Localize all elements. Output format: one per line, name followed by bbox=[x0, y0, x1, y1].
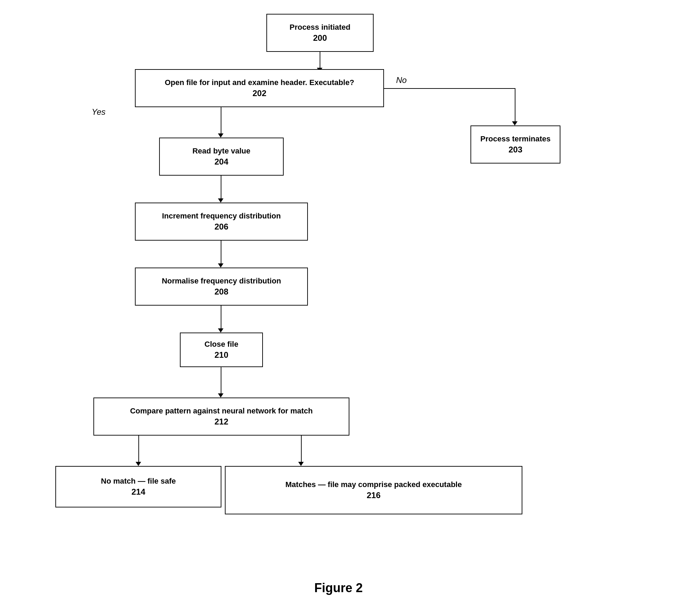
node-202-num: 202 bbox=[253, 88, 266, 99]
arrow-202-203 bbox=[512, 121, 518, 125]
connector-206-208 bbox=[221, 241, 221, 265]
node-203-num: 203 bbox=[509, 144, 522, 155]
yes-label: Yes bbox=[92, 107, 106, 117]
node-206: Increment frequency distribution 206 bbox=[135, 203, 308, 241]
node-202: Open file for input and examine header. … bbox=[135, 69, 384, 107]
node-212-num: 212 bbox=[214, 416, 228, 427]
node-208-num: 208 bbox=[214, 286, 228, 297]
node-200-num: 200 bbox=[313, 32, 327, 43]
connector-202-204-v bbox=[221, 107, 221, 135]
node-204: Read byte value 204 bbox=[159, 138, 284, 176]
node-214-num: 214 bbox=[131, 486, 145, 497]
figure-caption: Figure 2 bbox=[0, 581, 677, 595]
flowchart-diagram: Process initiated 200 Open file for inpu… bbox=[0, 0, 677, 570]
node-210-label: Close file bbox=[204, 339, 238, 349]
node-210-num: 210 bbox=[214, 349, 228, 360]
node-216-num: 216 bbox=[367, 490, 381, 501]
arrow-204-206 bbox=[218, 198, 223, 203]
connector-210-212 bbox=[221, 367, 221, 395]
node-212-label: Compare pattern against neural network f… bbox=[130, 406, 313, 416]
node-206-label: Increment frequency distribution bbox=[162, 211, 281, 221]
node-204-num: 204 bbox=[214, 156, 228, 167]
connector-212-216-v bbox=[301, 436, 302, 463]
node-216-label: Matches — file may comprise packed execu… bbox=[285, 480, 462, 490]
node-200-label: Process initiated bbox=[290, 22, 350, 32]
connector-200-202 bbox=[320, 52, 320, 69]
arrow-206-208 bbox=[218, 263, 223, 268]
node-214-label: No match — file safe bbox=[101, 476, 176, 486]
arrow-202-204 bbox=[218, 133, 223, 138]
connector-202-203-h bbox=[384, 88, 515, 89]
node-208: Normalise frequency distribution 208 bbox=[135, 268, 308, 306]
connector-208-210 bbox=[221, 306, 221, 330]
arrow-212-216 bbox=[298, 462, 304, 466]
node-214: No match — file safe 214 bbox=[55, 466, 221, 507]
arrow-212-214 bbox=[136, 462, 141, 466]
arrow-208-210 bbox=[218, 328, 223, 333]
connector-204-206 bbox=[221, 176, 221, 200]
connector-212-214-v bbox=[138, 436, 139, 463]
node-203-label: Process terminates bbox=[481, 134, 551, 144]
node-212: Compare pattern against neural network f… bbox=[93, 398, 349, 436]
node-208-label: Normalise frequency distribution bbox=[162, 276, 281, 286]
node-200: Process initiated 200 bbox=[266, 14, 374, 52]
arrow-210-212 bbox=[218, 393, 223, 398]
node-203: Process terminates 203 bbox=[470, 125, 560, 164]
node-210: Close file 210 bbox=[180, 333, 263, 367]
node-206-num: 206 bbox=[214, 221, 228, 232]
node-216: Matches — file may comprise packed execu… bbox=[225, 466, 522, 514]
connector-202-203-v bbox=[515, 88, 515, 123]
no-label: No bbox=[396, 75, 407, 85]
node-204-label: Read byte value bbox=[192, 146, 250, 156]
node-202-label: Open file for input and examine header. … bbox=[165, 78, 354, 88]
